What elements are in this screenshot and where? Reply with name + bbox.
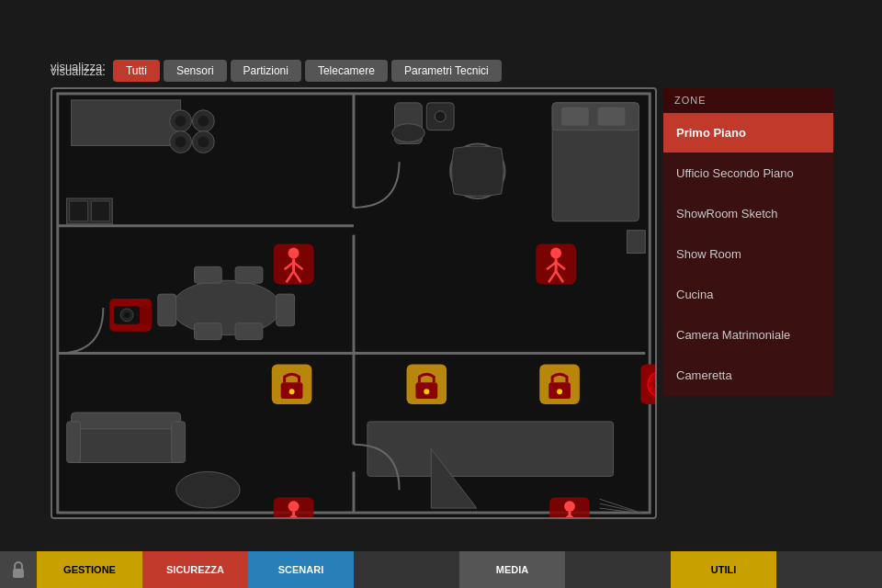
bottom-btn-sicurezza[interactable]: SICUREZZA	[142, 551, 248, 588]
svg-point-80	[564, 501, 575, 512]
svg-rect-10	[72, 100, 181, 146]
svg-point-56	[124, 312, 130, 318]
zone-header: ZONE	[663, 87, 833, 113]
svg-point-33	[176, 471, 240, 508]
svg-rect-32	[172, 422, 186, 463]
svg-point-12	[175, 116, 187, 127]
bottom-btn-gestione[interactable]: GESTIONE	[37, 551, 142, 588]
svg-rect-26	[235, 266, 263, 283]
visualizza-label: visualizza:	[51, 64, 106, 78]
svg-point-88	[289, 389, 295, 394]
svg-rect-27	[194, 323, 221, 340]
bottom-btn-scenari[interactable]: SCENARI	[248, 551, 354, 588]
filter-btn-telecamere[interactable]: Telecamere	[305, 60, 388, 82]
zone-item-showroom-sketch[interactable]: ShowRoom Sketch	[663, 194, 833, 234]
svg-point-37	[435, 111, 446, 122]
lock-icon[interactable]	[0, 551, 37, 588]
filter-btn-sensori[interactable]: Sensori	[164, 60, 227, 82]
floorplan-area	[51, 87, 657, 519]
filter-btn-tutti[interactable]: Tutti	[113, 60, 160, 82]
filter-btn-partizioni[interactable]: Partizioni	[231, 60, 301, 82]
svg-point-59	[288, 248, 300, 259]
svg-point-22	[172, 280, 281, 334]
filter-btn-parametri-tecnici[interactable]: Parametri Tecnici	[391, 60, 502, 82]
svg-rect-20	[70, 201, 88, 221]
svg-rect-24	[277, 294, 295, 326]
zone-item-show-room[interactable]: Show Room	[663, 234, 833, 275]
svg-point-14	[198, 116, 209, 127]
svg-rect-41	[561, 107, 589, 126]
svg-point-94	[557, 389, 562, 394]
svg-point-18	[198, 137, 209, 148]
svg-rect-21	[91, 201, 109, 221]
bottom-btn-empty2[interactable]	[565, 551, 671, 588]
zone-sidebar: ZONE Primo PianoUfficio Secondo PianoSho…	[663, 87, 833, 396]
filter-bar-buttons: visualizza: TuttiSensoriPartizioniTeleca…	[51, 60, 502, 82]
svg-point-35	[392, 124, 425, 142]
zone-item-camera-matrimoniale[interactable]: Camera Matrimoniale	[663, 315, 833, 356]
bottom-bar: GESTIONESICUREZZASCENARIMEDIAUTILI	[0, 551, 882, 588]
svg-point-73	[288, 501, 300, 512]
bottom-btn-media[interactable]: MEDIA	[459, 551, 565, 588]
svg-rect-42	[598, 107, 626, 126]
zone-item-primo-piano[interactable]: Primo Piano	[663, 113, 833, 153]
svg-rect-30	[72, 413, 181, 429]
bottom-btn-empty1[interactable]	[354, 551, 459, 588]
svg-rect-29	[72, 426, 181, 463]
svg-rect-48	[368, 422, 614, 476]
zone-item-ufficio-secondo-piano[interactable]: Ufficio Secondo Piano	[663, 153, 833, 194]
svg-rect-23	[158, 294, 176, 326]
svg-point-66	[550, 248, 561, 259]
bottom-btn-utili[interactable]: UTILI	[671, 551, 776, 588]
svg-rect-28	[235, 323, 263, 340]
zone-item-cucina[interactable]: Cucina	[663, 275, 833, 315]
svg-rect-0	[13, 569, 24, 578]
zone-item-cameretta[interactable]: Cameretta	[663, 356, 833, 396]
svg-rect-25	[194, 266, 221, 283]
svg-point-16	[175, 137, 187, 148]
svg-point-91	[424, 389, 429, 394]
bottom-btn-empty3[interactable]	[776, 551, 882, 588]
svg-rect-43	[627, 231, 645, 254]
svg-rect-31	[67, 422, 81, 463]
